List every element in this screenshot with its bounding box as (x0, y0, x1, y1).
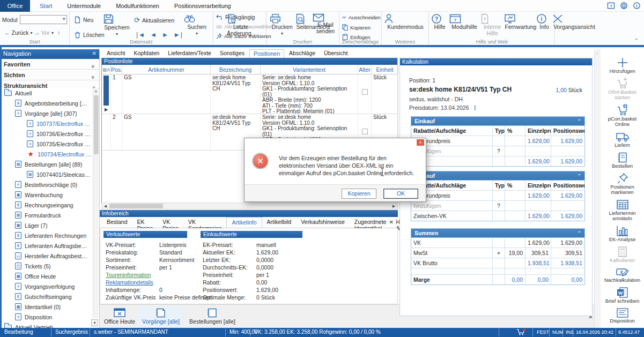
ek-analysis-button[interactable]: EK-Analyse (601, 225, 644, 242)
nav-tree-item[interactable]: Aktuell (0, 88, 93, 98)
copy-button[interactable]: Kopieren (342, 24, 371, 31)
nav-tree-item[interactable]: € Lieferanten Rechnungen (0, 230, 93, 241)
dialog-close-icon[interactable]: x (417, 139, 424, 146)
first-record-icon[interactable]: |◄ (136, 31, 145, 39)
order-button[interactable]: Bestellen (601, 152, 644, 169)
infobereich-tab[interactable]: Zugeordnete Identartikel (350, 217, 391, 228)
scroll-up-icon[interactable]: ▲ (93, 88, 99, 94)
info-button[interactable]: i Info (536, 13, 552, 31)
previous-record-icon[interactable]: ◄ (150, 31, 157, 39)
web-globe-icon[interactable] (620, 2, 628, 10)
save-dropdown-icon[interactable]: ▾ (103, 31, 131, 38)
infobereich-tab[interactable]: Artikelbild (262, 217, 297, 228)
col-header-alter[interactable]: Alter (358, 65, 372, 74)
customer-mode-button[interactable]: Kundenmodus (384, 13, 427, 31)
last-change-button[interactable]: Letzte Änderung... (227, 13, 255, 36)
nav-tree-item[interactable]: ▦ Läger (7) (0, 220, 93, 230)
summen-row[interactable]: VK Brutto1.938,511.938,51 (411, 258, 584, 268)
last-record-icon[interactable]: ►| (174, 31, 183, 39)
window-tab-office-heute[interactable]: Office Heute (102, 306, 137, 327)
delete-button[interactable]: Löschen (74, 31, 105, 39)
einkauf-section-header[interactable]: Einkauf⌃ (411, 116, 585, 125)
window-tab-bestellungen[interactable]: Bestellungen [alle] (186, 306, 239, 327)
navigation-close-icon[interactable]: ✕ (92, 50, 97, 56)
nav-scrollbar-thumb[interactable] (94, 95, 99, 154)
ribbon-tab[interactable]: Modulfunktionen (108, 0, 167, 12)
detail-tab[interactable]: Abschläge (285, 49, 319, 58)
nav-section-sichten[interactable]: Sichten» (0, 70, 99, 80)
alter-checkbox[interactable] (362, 89, 368, 95)
nav-tree-item[interactable]: ▣ Warenbuchung (0, 190, 93, 200)
module-help-button[interactable]: ? Modulhilfe (449, 13, 479, 31)
einkauf-row[interactable]: 1.629,001.629,00 (411, 156, 584, 166)
modul-combobox[interactable] (20, 15, 67, 24)
up-arrow-icon[interactable]: ↑ (57, 29, 60, 36)
nav-tree-item[interactable]: ≡ Disposition (0, 312, 93, 322)
print-dropdown-icon[interactable]: ▾ (270, 31, 294, 37)
next-record-icon[interactable]: ► (162, 31, 169, 39)
summen-section-header[interactable]: Summen⌃ (411, 228, 585, 237)
remote-support-button[interactable]: Fernwartung (504, 13, 537, 31)
send-email-button[interactable]: E-Mail senden (313, 13, 338, 34)
summen-row[interactable]: Marge0,000,000,00 (411, 275, 584, 284)
detail-tab[interactable]: Übersicht (320, 49, 351, 58)
copy-button[interactable]: Kopieren (342, 189, 376, 199)
verkauf-row[interactable]: hinzufügen? (411, 201, 584, 211)
einkauf-row[interactable]: EK Grundpreis1.629,001.629,00 (411, 136, 584, 146)
process-view-button[interactable]: Vorgangsansicht (551, 13, 597, 31)
window-tab-vorgaenge[interactable]: Vorgänge [alle] (138, 306, 183, 327)
einkauf-row[interactable]: hinzufügen? (411, 146, 584, 156)
ofml-basket-button[interactable]: Ofml-Basket starten (601, 78, 644, 100)
nav-tree-item[interactable]: ▤ 10074401/Steelcase Werndl AG (0, 169, 93, 179)
col-header-variantentext[interactable]: Variantentext (261, 65, 358, 74)
forward-dropdown-icon[interactable]: ▾ (51, 31, 54, 35)
summen-row[interactable]: MwSt+19,00309,51309,51 (411, 248, 584, 258)
summen-row[interactable]: VK1.629,001.629,00 (411, 238, 584, 248)
info-circle-icon[interactable]: i (633, 2, 641, 10)
calculate-button[interactable]: Kalkulieren (601, 246, 644, 263)
delivery-date-button[interactable]: Liefertermin ermitteln (601, 199, 644, 221)
forward-button[interactable]: Vor (41, 29, 50, 36)
col-header-pos[interactable]: Pos. (111, 65, 122, 74)
ribbon-tab[interactable]: Untermodule (60, 0, 108, 12)
detail-tab[interactable]: Positionen (249, 49, 284, 58)
col-header-a[interactable]: ▦A (102, 65, 111, 74)
deliver-button[interactable]: Liefern (601, 131, 644, 148)
detail-tab[interactable]: Ansicht (103, 49, 129, 58)
nav-tree-item[interactable]: € Lieferanten Auftragsbestätigungen (0, 241, 93, 251)
office-menu-button[interactable]: Office (0, 0, 30, 12)
back-arrow-icon[interactable]: ← (4, 29, 10, 36)
help-box-icon[interactable]: ? (607, 2, 615, 10)
infobereich-tab[interactable]: VK Preise (158, 217, 183, 228)
nav-tree-item[interactable]: € Gutschriftseingang (0, 291, 93, 302)
post-calculation-button[interactable]: € Nachkalkulation (601, 267, 644, 283)
forward-arrow-icon[interactable]: → (34, 29, 40, 36)
internal-help-button[interactable]: ? interne Hilfe (480, 13, 504, 36)
vertical-splitter[interactable]: ⁞⁞ (594, 49, 601, 328)
more-options-icon[interactable]: ⋮ (472, 104, 478, 111)
infobereich-tab[interactable]: Artikelinfo (226, 217, 262, 228)
print-button[interactable]: Drucken ▾ (270, 13, 294, 36)
nav-scroll-down-button[interactable]: ▼ (91, 319, 98, 326)
help-button[interactable]: ? Hilfe (431, 13, 448, 31)
write-letter-button[interactable]: W Brief schreiben (601, 287, 644, 304)
ribbon-tab[interactable]: Positionsverarbeitung (167, 0, 239, 12)
col-header-artikelnummer[interactable]: Artikelnummer (122, 65, 211, 74)
ok-button[interactable]: OK (383, 189, 418, 199)
ribbon-tab[interactable]: Start (32, 0, 60, 12)
disposition-button[interactable]: Disposition (601, 308, 644, 324)
infobereich-tab[interactable]: EK Preise (132, 217, 158, 228)
pcon-basket-online-button[interactable]: pCon.basket Online (601, 104, 644, 127)
nav-section-favoriten[interactable]: Favoriten» (0, 59, 99, 70)
verkauf-section-header[interactable]: Verkauf⌃ (411, 171, 585, 180)
nav-tree-item[interactable]: ≡ 100735/Electroflux Hausgeräte Ve... (0, 139, 93, 149)
infobereich-tab[interactable]: Bestand (102, 217, 132, 228)
detail-tab[interactable]: Lieferdaten/Texte (164, 49, 215, 58)
col-header-einheit[interactable]: Einheit (372, 65, 398, 74)
detail-tab[interactable]: Kopfdaten (130, 49, 163, 58)
back-dropdown-icon[interactable]: ▾ (31, 31, 33, 35)
mark-positions-button[interactable]: Positionen markieren (601, 173, 644, 195)
verkauf-row[interactable]: Zwischen-VK1.629,001.629,00 (411, 211, 584, 221)
detail-tab[interactable]: Sonstiges (216, 49, 248, 58)
nav-tree-item[interactable]: ≡ 100737/Electroflux Hausgeräte Ve... (0, 118, 93, 129)
